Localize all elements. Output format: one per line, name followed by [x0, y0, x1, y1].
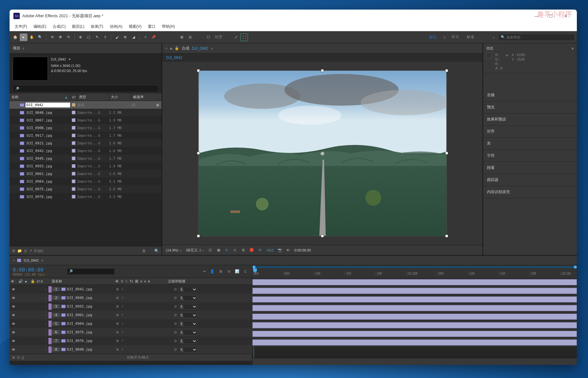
layer-bar-row[interactable]: [252, 330, 577, 338]
viewer[interactable]: ⊕: [162, 62, 483, 245]
project-item[interactable]: DJI_0976.jpg Importe...G 3.5 MB: [10, 193, 162, 200]
timeline-layer[interactable]: 👁 ›5 DJI_0964.jpg ⊕/ ⊘无: [10, 319, 252, 328]
menu-edit[interactable]: 编辑(E): [31, 23, 49, 30]
project-item[interactable]: DJI_0961.jpg Importe...G 1.6 MB: [10, 170, 162, 178]
home-tool[interactable]: 🏠: [11, 33, 19, 41]
trash-icon[interactable]: 🗑: [142, 249, 146, 253]
workspace-default[interactable]: 默认: [427, 34, 439, 40]
help-search[interactable]: 🔍: [498, 34, 575, 41]
workspace-standard[interactable]: 标准: [465, 34, 476, 40]
brush-tool[interactable]: 🖌: [113, 33, 121, 41]
snap-icon[interactable]: ⊞: [178, 33, 185, 41]
menu-help[interactable]: 帮助(H): [159, 23, 178, 30]
pan-tool[interactable]: ✥: [56, 33, 64, 41]
eraser-tool[interactable]: ◢: [130, 33, 137, 41]
help-search-input[interactable]: [506, 35, 573, 39]
layer-bar-row[interactable]: [252, 338, 577, 347]
parent-select[interactable]: 无: [178, 312, 197, 318]
folder-icon[interactable]: 📁: [17, 249, 22, 253]
layer-bar-row[interactable]: [252, 321, 577, 330]
channel-icon[interactable]: 🔴: [249, 247, 255, 253]
zoom-dropdown[interactable]: (14.3%) ⌵: [165, 248, 183, 252]
layer-bar-row[interactable]: [252, 278, 577, 287]
zoom-tool[interactable]: 🔍: [36, 33, 44, 41]
source-col[interactable]: 源名称: [50, 279, 114, 284]
side-panel-item[interactable]: 音频: [483, 89, 577, 101]
layer-bar-row[interactable]: [252, 312, 577, 321]
parent-select[interactable]: 无: [178, 304, 197, 309]
side-panel-item[interactable]: 对齐: [483, 126, 577, 138]
solo-col-icon[interactable]: ●: [24, 280, 29, 283]
tl-footer-text[interactable]: 切换开关/模式: [127, 355, 149, 360]
project-item[interactable]: DJI_0917.jpg Importe...G 1.7 MB: [10, 132, 162, 139]
motion-blur-icon[interactable]: ⊘: [225, 268, 232, 275]
expand-tool[interactable]: ⛶: [240, 33, 248, 41]
project-list[interactable]: DJI_0942 合成 25⊞ DJI_0848.jpg Importe...G…: [10, 101, 162, 246]
side-panel-item[interactable]: 字符: [483, 150, 577, 162]
col-fps[interactable]: 帧速率: [131, 93, 154, 101]
search-icon2[interactable]: 🔍: [154, 249, 159, 253]
fast-preview-icon[interactable]: ⊡: [207, 247, 214, 253]
project-item[interactable]: DJI_0908.jpg Importe...G 1.7 MB: [10, 124, 162, 132]
tl-footer-icon2[interactable]: ⊡: [17, 355, 20, 360]
menu-layer[interactable]: 图层(L): [69, 23, 87, 30]
menu-composition[interactable]: 合成(C): [50, 23, 68, 30]
reset-exposure-icon[interactable]: ⟲: [257, 247, 263, 253]
timeline-layer[interactable]: 👁 ›6 DJI_0975.jpg ⊕/ ⊘无: [10, 328, 252, 337]
handle-tm[interactable]: [321, 69, 324, 72]
parent-col[interactable]: 父级和链接: [167, 279, 187, 284]
side-panel-item[interactable]: 内容识别填充: [483, 186, 577, 198]
layer-bar-row[interactable]: [252, 287, 577, 295]
project-item[interactable]: DJI_0964.jpg Importe...G 3.1 MB: [10, 178, 162, 185]
project-item[interactable]: DJI_0945.jpg Importe...G 1.7 MB: [10, 155, 162, 162]
handle-br[interactable]: [445, 235, 448, 237]
eye-col-icon[interactable]: 👁: [10, 280, 17, 283]
col-name[interactable]: 名称: [11, 95, 18, 99]
workspace-learn[interactable]: 学习: [449, 34, 461, 40]
clone-tool[interactable]: ⧉: [121, 33, 129, 41]
anchor-icon[interactable]: ⊕: [320, 150, 324, 156]
pen-tool[interactable]: ✎: [93, 33, 101, 41]
project-item[interactable]: DJI_0955.jpg Importe...G 1.9 MB: [10, 162, 162, 170]
snap-tool[interactable]: ⤢: [232, 33, 240, 41]
comp-flow-link[interactable]: DJI_0942: [166, 55, 182, 60]
timeline-time[interactable]: 0:00:00:00: [13, 267, 64, 273]
graph-icon[interactable]: 📊: [234, 268, 241, 275]
grid-icon[interactable]: ⊞: [240, 247, 247, 253]
timeline-layer[interactable]: 👁 ›8 DJI_0848.jpg ⊕/ ⊘无: [10, 345, 252, 354]
handle-bl[interactable]: [197, 235, 200, 237]
bpc-icon[interactable]: ↗: [29, 249, 32, 253]
menu-effect[interactable]: 效果(T): [88, 23, 106, 30]
parent-select[interactable]: 无: [178, 295, 197, 301]
parent-select[interactable]: 无: [178, 338, 197, 344]
selection-tool[interactable]: ▸: [20, 33, 27, 41]
tl-footer-icon3[interactable]: {}: [22, 356, 24, 360]
shy-icon[interactable]: 👤: [209, 268, 216, 275]
menu-file[interactable]: 文件(F): [12, 23, 30, 30]
comp-mini-icon[interactable]: ⇥: [200, 268, 207, 275]
parent-select[interactable]: 无: [178, 321, 197, 327]
side-panel-item[interactable]: 跟踪器: [483, 174, 577, 186]
titlebar[interactable]: Ae Adobe After Effects 2021 - 无标题项目.aep …: [10, 10, 577, 22]
layer-bar-row[interactable]: [252, 295, 577, 304]
col-size[interactable]: 大小: [109, 93, 131, 101]
parent-select[interactable]: 无: [178, 347, 197, 353]
menu-window[interactable]: 窗口: [145, 23, 158, 30]
handle-mr[interactable]: [445, 152, 448, 155]
preview-time[interactable]: 0:00:00:00: [293, 248, 312, 252]
timeline-layer[interactable]: 👁 ›1 DJI_0942.jpg ⊕/ ⊘无: [10, 285, 252, 294]
side-panel-item[interactable]: 效果和预设: [483, 113, 577, 126]
handle-tl[interactable]: [197, 69, 200, 72]
roto-tool[interactable]: ✧: [142, 33, 149, 41]
tl-footer-icon1[interactable]: ⊞: [12, 355, 15, 360]
region-icon[interactable]: ⊏: [232, 247, 238, 253]
lock-col-icon[interactable]: 🔒: [29, 279, 35, 283]
timeline-comp-name[interactable]: DJI_0942: [24, 258, 39, 262]
mask-icon[interactable]: ⊏: [224, 247, 230, 253]
parent-select[interactable]: 无: [178, 330, 197, 335]
lock-icon[interactable]: 🔓: [175, 46, 179, 50]
frame-blend-icon[interactable]: ⊞: [217, 268, 224, 275]
project-search[interactable]: 🔎: [13, 85, 158, 92]
bracket-icon[interactable]: ⊏: [242, 268, 249, 275]
rect-tool[interactable]: ▢: [85, 33, 92, 41]
